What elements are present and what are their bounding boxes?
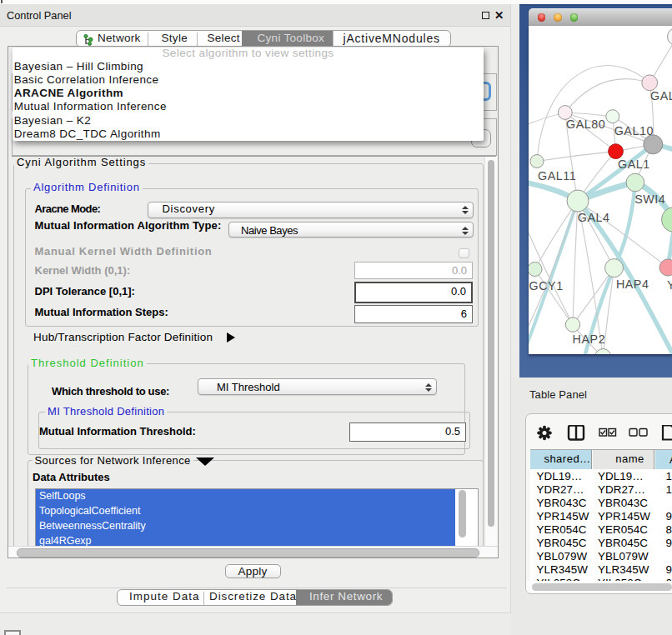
svg-text:GAL4: GAL4 [577,211,609,224]
svg-text:GAL80: GAL80 [566,118,605,131]
svg-text:GAL11: GAL11 [538,169,576,182]
svg-text:HAP2: HAP2 [572,332,605,346]
svg-text:HAP4: HAP4 [615,278,649,291]
svg-text:GAL10: GAL10 [614,124,653,138]
svg-text:Y: Y [667,278,672,292]
svg-text:GAL1: GAL1 [618,158,650,171]
svg-text:GAL7: GAL7 [650,89,672,102]
svg-text:SWI4: SWI4 [634,192,665,206]
svg-text:GCY1: GCY1 [529,279,563,292]
